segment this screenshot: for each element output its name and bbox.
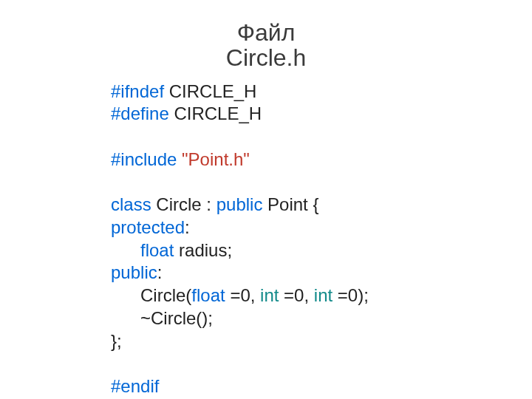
def2: =0, [284, 285, 314, 305]
kw-protected: protected [111, 217, 185, 237]
def3: =0); [338, 285, 369, 305]
kw-int-1: int [260, 285, 284, 305]
pp-ifndef: #ifndef [111, 81, 164, 101]
kw-public-inh: public [216, 194, 267, 214]
include-string: "Point.h" [182, 149, 250, 169]
kw-float-1: float [140, 240, 179, 260]
kw-public: public [111, 262, 157, 282]
kw-int-2: int [314, 285, 338, 305]
base-class: Point { [267, 194, 318, 214]
indent-1 [111, 240, 140, 260]
colon-1: : [185, 217, 190, 237]
dtor: ~Circle(); [140, 308, 213, 328]
member-radius: radius; [179, 240, 232, 260]
indent-3 [111, 308, 140, 328]
code-block: #ifndef CIRCLE_H #define CIRCLE_H #inclu… [111, 58, 369, 399]
class-close: }; [111, 331, 122, 351]
kw-float-2: float [191, 285, 230, 305]
pp-endif: #endif [111, 376, 159, 396]
ctor-open: Circle( [140, 285, 191, 305]
def1: =0, [230, 285, 260, 305]
macro-name-1: CIRCLE_H [164, 81, 256, 101]
colon-2: : [157, 262, 163, 282]
pp-include: #include [111, 149, 182, 169]
slide: Файл Circle.h #ifndef CIRCLE_H #define C… [0, 0, 532, 399]
macro-name-2: CIRCLE_H [169, 103, 262, 123]
pp-define: #define [111, 103, 169, 123]
title-line-1: Файл [237, 19, 296, 46]
kw-class: class [111, 194, 156, 214]
indent-2 [111, 285, 140, 305]
class-name: Circle : [156, 194, 216, 214]
